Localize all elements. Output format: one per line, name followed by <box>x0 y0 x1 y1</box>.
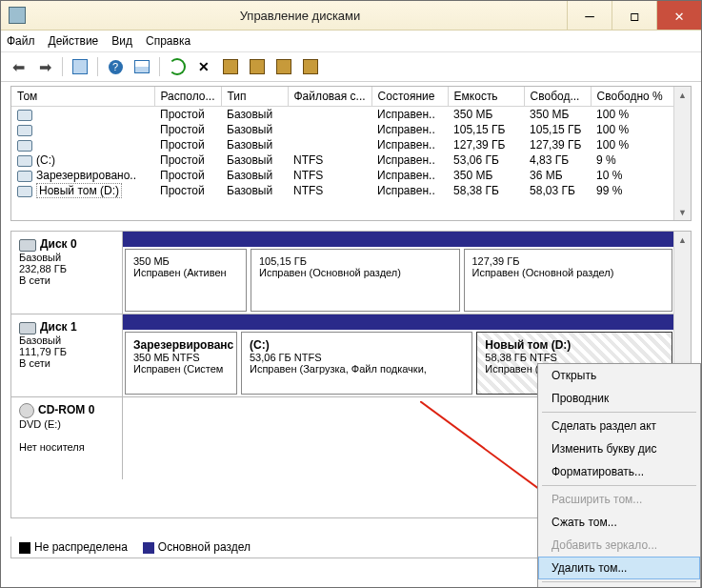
cell-fs <box>288 137 371 152</box>
disk1-part0[interactable]: Зарезервированс350 МБ NTFSИсправен (Сист… <box>125 332 237 395</box>
folder-icon <box>250 59 265 74</box>
toolbar-help-button[interactable]: ? <box>104 55 127 78</box>
toolbar: ⬅ ➡ ? ✕ <box>1 52 701 82</box>
disk0-title: Диск 0 <box>40 237 77 251</box>
col-status[interactable]: Состояние <box>371 87 448 107</box>
volume-icon <box>17 155 32 167</box>
col-volume[interactable]: Том <box>11 87 154 107</box>
ctx-explorer[interactable]: Проводник <box>538 387 700 410</box>
disk1-part1[interactable]: (C:)53,06 ГБ NTFSИсправен (Загрузка, Фай… <box>241 332 472 395</box>
volume-scrollbar[interactable]: ▲ ▼ <box>673 87 691 220</box>
disk0-part1[interactable]: 105,15 ГБИсправен (Основной раздел) <box>251 249 460 312</box>
cell-status: Исправен.. <box>371 183 448 198</box>
delete-icon: ✕ <box>198 59 210 74</box>
toolbar-properties2-button[interactable] <box>246 55 269 78</box>
cell-capacity: 53,06 ГБ <box>448 152 524 168</box>
toolbar-properties1-button[interactable] <box>219 55 242 78</box>
scroll-up-icon: ▲ <box>674 87 691 103</box>
disk0-part2[interactable]: 127,39 ГБИсправен (Основной раздел) <box>464 249 673 312</box>
cell-fs <box>288 122 371 137</box>
volume-row[interactable]: (C:)ПростойБазовыйNTFSИсправен..53,06 ГБ… <box>11 152 674 168</box>
system-menu-icon[interactable] <box>9 7 26 24</box>
cell-free: 4,83 ГБ <box>524 152 591 168</box>
ctx-change-letter[interactable]: Изменить букву дис <box>538 437 700 460</box>
toolbar-rescan-button[interactable] <box>272 55 295 78</box>
cell-freepct: 100 % <box>591 107 673 123</box>
disk1-state: В сети <box>19 357 50 369</box>
toolbar-refresh-button[interactable] <box>166 55 189 78</box>
disk0-type: Базовый <box>19 252 61 263</box>
close-button[interactable]: ✕ <box>656 1 701 30</box>
toolbar-delete-button[interactable]: ✕ <box>192 55 215 78</box>
cell-type: Базовый <box>221 183 288 198</box>
cell-volume <box>11 122 154 137</box>
menu-file[interactable]: Файл <box>7 34 35 48</box>
volume-icon <box>17 125 32 136</box>
disk0-label[interactable]: Диск 0 Базовый 232,88 ГБ В сети <box>11 232 123 314</box>
volume-icon <box>17 171 32 182</box>
pane-icon <box>72 59 88 74</box>
col-capacity[interactable]: Емкость <box>448 87 524 107</box>
toolbar-layout-button[interactable] <box>130 55 153 78</box>
refresh-icon <box>169 58 186 75</box>
minimize-button[interactable]: — <box>567 1 612 30</box>
cell-freepct: 10 % <box>591 168 673 183</box>
cell-volume <box>11 137 154 152</box>
volume-icon <box>17 110 32 121</box>
disk1-size: 111,79 ГБ <box>19 346 67 357</box>
cell-type: Базовый <box>221 122 288 137</box>
volume-row[interactable]: ПростойБазовыйИсправен..105,15 ГБ105,15 … <box>11 122 674 137</box>
disk1-label[interactable]: Диск 1 Базовый 111,79 ГБ В сети <box>11 314 123 396</box>
ctx-properties[interactable]: Свойства <box>538 584 700 588</box>
col-layout[interactable]: Располо... <box>154 87 221 107</box>
volume-row[interactable]: ПростойБазовыйИсправен..350 МБ350 МБ100 … <box>11 107 674 123</box>
ctx-format[interactable]: Форматировать... <box>538 460 700 483</box>
col-fs[interactable]: Файловая с... <box>288 87 371 107</box>
col-type[interactable]: Тип <box>221 87 288 107</box>
cell-fs <box>288 107 371 123</box>
cell-freepct: 99 % <box>591 183 673 198</box>
cdrom-drive: DVD (E:) <box>19 418 61 430</box>
volume-header-row: Том Располо... Тип Файловая с... Состоян… <box>11 87 674 107</box>
cell-capacity: 350 МБ <box>448 107 524 123</box>
cell-type: Базовый <box>221 137 288 152</box>
cell-layout: Простой <box>154 183 221 198</box>
volume-row[interactable]: Зарезервировано..ПростойБазовыйNTFSИспра… <box>11 168 674 183</box>
cell-type: Базовый <box>221 107 288 123</box>
maximize-button[interactable]: ◻ <box>612 1 656 30</box>
swatch-black-icon <box>19 542 30 554</box>
cdrom-label[interactable]: CD-ROM 0 DVD (E:) Нет носителя <box>11 397 123 479</box>
arrow-right-icon: ➡ <box>39 58 51 76</box>
separator <box>159 57 160 76</box>
ctx-delete-volume[interactable]: Удалить том... <box>538 557 700 579</box>
cell-fs: NTFS <box>288 183 371 198</box>
menu-view[interactable]: Вид <box>111 34 132 48</box>
volume-row[interactable]: ПростойБазовыйИсправен..127,39 ГБ127,39 … <box>11 137 674 152</box>
disk0-size: 232,88 ГБ <box>19 263 67 274</box>
disk0-state: В сети <box>19 274 50 286</box>
nav-forward-button[interactable]: ➡ <box>33 55 56 78</box>
cell-capacity: 127,39 ГБ <box>448 137 524 152</box>
cell-freepct: 9 % <box>591 152 673 168</box>
toolbar-settings-button[interactable] <box>299 55 322 78</box>
help-icon: ? <box>109 60 123 74</box>
col-freepct[interactable]: Свободно % <box>591 87 673 107</box>
disk0-stripe <box>123 232 674 247</box>
menu-help[interactable]: Справка <box>146 34 191 48</box>
settings-icon <box>303 59 318 74</box>
toolbar-panes-button[interactable] <box>69 55 91 78</box>
menu-action[interactable]: Действие <box>49 34 99 48</box>
col-free[interactable]: Свобод... <box>524 87 591 107</box>
nav-back-button[interactable]: ⬅ <box>7 55 30 78</box>
cell-free: 36 МБ <box>524 168 591 183</box>
cell-status: Исправен.. <box>371 152 448 168</box>
ctx-shrink[interactable]: Сжать том... <box>538 511 700 534</box>
cell-type: Базовый <box>221 168 288 183</box>
cell-layout: Простой <box>154 168 221 183</box>
cell-fs: NTFS <box>288 152 371 168</box>
disk0-part0[interactable]: 350 МБИсправен (Активен <box>125 249 247 312</box>
ctx-make-active[interactable]: Сделать раздел акт <box>538 415 700 437</box>
ctx-open[interactable]: Открыть <box>538 364 700 387</box>
volume-row[interactable]: Новый том (D:)ПростойБазовыйNTFSИсправен… <box>11 183 674 198</box>
disk1-stripe <box>123 314 674 330</box>
